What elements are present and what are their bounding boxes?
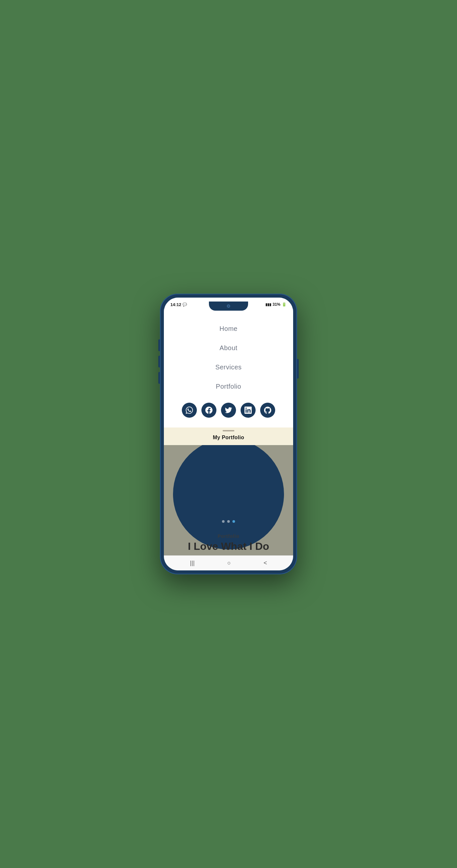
whatsapp-icon[interactable] (182, 403, 197, 418)
whatsapp-status-icon: 💬 (182, 303, 187, 307)
portfolio-section: Portfolio I Love What I Do (164, 445, 293, 555)
phone-frame: 14:12 💬 ▮▮▮ 31% 🔋 Home About Services (160, 294, 297, 574)
portfolio-headline: I Love What I Do (188, 541, 269, 552)
linkedin-icon[interactable] (241, 403, 255, 418)
nav-item-about[interactable]: About (164, 338, 293, 358)
drawer-container: Home About Services Portfolio (164, 309, 293, 570)
recents-icon: ||| (190, 560, 194, 566)
social-icons (182, 403, 275, 418)
silent-switch[interactable] (158, 372, 160, 384)
status-time: 14:12 💬 (171, 302, 187, 307)
phone-screen: 14:12 💬 ▮▮▮ 31% 🔋 Home About Services (164, 298, 293, 570)
nav-item-home[interactable]: Home (164, 319, 293, 338)
portfolio-section-label: Portfolio (188, 533, 269, 539)
back-icon: < (264, 560, 267, 566)
carousel-dot-2[interactable] (227, 520, 230, 523)
volume-up-button[interactable] (158, 339, 160, 351)
home-icon: ○ (227, 560, 231, 566)
sheet-title: My Portfolio (213, 435, 244, 440)
notch (209, 302, 248, 311)
front-camera (227, 305, 230, 308)
github-icon[interactable] (260, 403, 275, 418)
bottom-nav: ||| ○ < (164, 555, 293, 570)
twitter-icon[interactable] (221, 403, 236, 418)
battery-icon: 🔋 (282, 302, 286, 307)
status-icons: ▮▮▮ 31% 🔋 (265, 302, 286, 307)
drawer-menu: Home About Services Portfolio (164, 309, 293, 428)
time-display: 14:12 (171, 302, 181, 307)
recents-button[interactable]: ||| (185, 557, 200, 569)
battery-percent: 31% (273, 302, 280, 307)
carousel-dots (222, 520, 235, 523)
facebook-icon[interactable] (202, 403, 216, 418)
power-button[interactable] (297, 359, 299, 378)
volume-down-button[interactable] (158, 356, 160, 367)
bottom-sheet-header: My Portfolio (164, 428, 293, 445)
nav-item-portfolio[interactable]: Portfolio (164, 377, 293, 396)
home-button[interactable]: ○ (222, 557, 236, 569)
portfolio-text-block: Portfolio I Love What I Do (182, 527, 276, 555)
signal-icon: ▮▮▮ (265, 303, 271, 307)
nav-item-services[interactable]: Services (164, 358, 293, 377)
back-button[interactable]: < (258, 557, 272, 569)
carousel-dot-1[interactable] (222, 520, 224, 523)
carousel-dot-3[interactable] (233, 520, 235, 523)
sheet-handle[interactable] (223, 430, 234, 431)
